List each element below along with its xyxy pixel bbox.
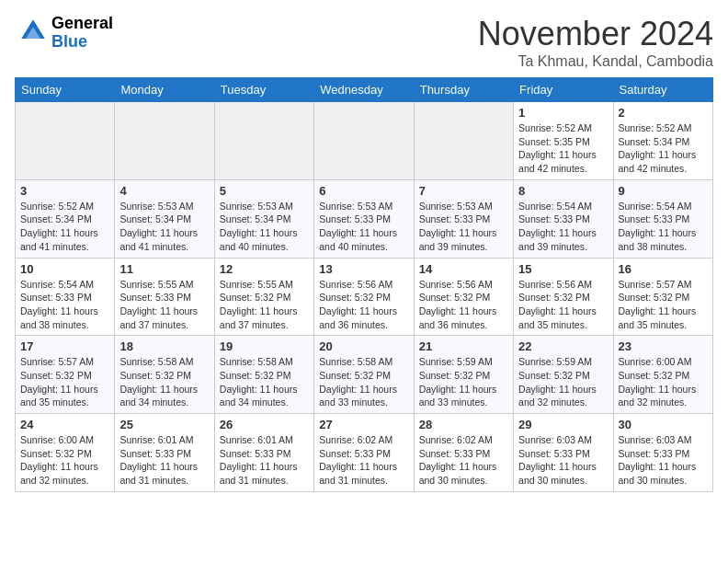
day-info: Sunrise: 5:54 AM Sunset: 5:33 PM Dayligh… [518, 200, 608, 254]
calendar-header-row: SundayMondayTuesdayWednesdayThursdayFrid… [16, 78, 713, 102]
calendar-cell: 1Sunrise: 5:52 AM Sunset: 5:35 PM Daylig… [514, 102, 613, 180]
calendar-week-row: 24Sunrise: 6:00 AM Sunset: 5:32 PM Dayli… [16, 414, 713, 492]
calendar-cell: 7Sunrise: 5:53 AM Sunset: 5:33 PM Daylig… [414, 179, 513, 258]
calendar-cell [214, 102, 313, 180]
day-info: Sunrise: 6:02 AM Sunset: 5:33 PM Dayligh… [419, 433, 508, 488]
day-number: 20 [319, 339, 408, 353]
calendar-week-row: 10Sunrise: 5:54 AM Sunset: 5:33 PM Dayli… [16, 258, 713, 336]
logo-text: General Blue [51, 15, 113, 52]
calendar-cell: 19Sunrise: 5:58 AM Sunset: 5:32 PM Dayli… [214, 336, 313, 414]
calendar-cell [115, 102, 214, 180]
day-number: 3 [20, 184, 109, 198]
day-number: 30 [619, 418, 708, 431]
calendar-cell: 2Sunrise: 5:52 AM Sunset: 5:34 PM Daylig… [613, 102, 712, 180]
calendar-cell: 11Sunrise: 5:55 AM Sunset: 5:33 PM Dayli… [115, 258, 214, 336]
calendar-cell: 4Sunrise: 5:53 AM Sunset: 5:34 PM Daylig… [115, 179, 214, 258]
calendar-cell: 24Sunrise: 6:00 AM Sunset: 5:32 PM Dayli… [16, 414, 115, 492]
day-info: Sunrise: 5:59 AM Sunset: 5:32 PM Dayligh… [419, 355, 508, 409]
calendar-cell [314, 102, 414, 180]
day-number: 27 [319, 418, 408, 431]
day-info: Sunrise: 6:03 AM Sunset: 5:33 PM Dayligh… [518, 433, 608, 488]
day-number: 4 [119, 184, 209, 198]
day-number: 24 [20, 418, 109, 431]
day-number: 18 [119, 339, 209, 353]
day-info: Sunrise: 5:57 AM Sunset: 5:32 PM Dayligh… [619, 278, 708, 332]
day-number: 26 [220, 418, 309, 431]
day-info: Sunrise: 5:53 AM Sunset: 5:34 PM Dayligh… [220, 200, 309, 254]
day-info: Sunrise: 5:54 AM Sunset: 5:33 PM Dayligh… [619, 200, 708, 254]
calendar-week-row: 3Sunrise: 5:52 AM Sunset: 5:34 PM Daylig… [16, 179, 713, 258]
calendar-cell: 5Sunrise: 5:53 AM Sunset: 5:34 PM Daylig… [214, 179, 313, 258]
day-number: 10 [20, 262, 109, 276]
day-number: 12 [220, 262, 309, 276]
day-number: 29 [518, 418, 608, 431]
day-info: Sunrise: 5:57 AM Sunset: 5:32 PM Dayligh… [20, 355, 109, 409]
day-info: Sunrise: 5:56 AM Sunset: 5:32 PM Dayligh… [419, 278, 508, 332]
day-number: 14 [419, 262, 508, 276]
day-number: 21 [419, 339, 508, 353]
day-number: 5 [220, 184, 309, 198]
day-info: Sunrise: 5:56 AM Sunset: 5:32 PM Dayligh… [319, 278, 408, 332]
calendar-week-row: 17Sunrise: 5:57 AM Sunset: 5:32 PM Dayli… [16, 336, 713, 414]
day-number: 15 [518, 262, 608, 276]
calendar-cell: 6Sunrise: 5:53 AM Sunset: 5:33 PM Daylig… [314, 179, 414, 258]
day-info: Sunrise: 5:54 AM Sunset: 5:33 PM Dayligh… [20, 278, 109, 332]
calendar-cell: 8Sunrise: 5:54 AM Sunset: 5:33 PM Daylig… [514, 179, 613, 258]
day-number: 17 [20, 339, 109, 353]
calendar-cell: 29Sunrise: 6:03 AM Sunset: 5:33 PM Dayli… [514, 414, 613, 492]
day-info: Sunrise: 6:01 AM Sunset: 5:33 PM Dayligh… [220, 433, 309, 488]
day-number: 6 [319, 184, 408, 198]
calendar-cell: 20Sunrise: 5:58 AM Sunset: 5:32 PM Dayli… [314, 336, 414, 414]
weekday-header-saturday: Saturday [613, 78, 712, 102]
calendar-cell: 21Sunrise: 5:59 AM Sunset: 5:32 PM Dayli… [414, 336, 513, 414]
day-info: Sunrise: 5:53 AM Sunset: 5:33 PM Dayligh… [419, 200, 508, 254]
day-info: Sunrise: 6:02 AM Sunset: 5:33 PM Dayligh… [319, 433, 408, 488]
day-info: Sunrise: 5:55 AM Sunset: 5:32 PM Dayligh… [220, 278, 309, 332]
calendar-week-row: 1Sunrise: 5:52 AM Sunset: 5:35 PM Daylig… [16, 102, 713, 180]
day-info: Sunrise: 6:00 AM Sunset: 5:32 PM Dayligh… [619, 355, 708, 409]
weekday-header-sunday: Sunday [16, 78, 115, 102]
calendar-cell: 28Sunrise: 6:02 AM Sunset: 5:33 PM Dayli… [414, 414, 513, 492]
day-info: Sunrise: 5:55 AM Sunset: 5:33 PM Dayligh… [119, 278, 209, 332]
day-info: Sunrise: 5:56 AM Sunset: 5:32 PM Dayligh… [518, 278, 608, 332]
calendar-cell: 16Sunrise: 5:57 AM Sunset: 5:32 PM Dayli… [613, 258, 712, 336]
calendar-cell: 26Sunrise: 6:01 AM Sunset: 5:33 PM Dayli… [214, 414, 313, 492]
day-info: Sunrise: 5:52 AM Sunset: 5:34 PM Dayligh… [619, 121, 708, 176]
logo: General Blue [15, 15, 113, 52]
day-info: Sunrise: 5:53 AM Sunset: 5:33 PM Dayligh… [319, 200, 408, 254]
day-info: Sunrise: 6:01 AM Sunset: 5:33 PM Dayligh… [119, 433, 209, 488]
weekday-header-tuesday: Tuesday [214, 78, 313, 102]
page-header: General Blue November 2024 Ta Khmau, Kan… [15, 15, 713, 70]
calendar-cell: 3Sunrise: 5:52 AM Sunset: 5:34 PM Daylig… [16, 179, 115, 258]
calendar-cell: 9Sunrise: 5:54 AM Sunset: 5:33 PM Daylig… [613, 179, 712, 258]
day-number: 7 [419, 184, 508, 198]
day-number: 16 [619, 262, 708, 276]
calendar-table: SundayMondayTuesdayWednesdayThursdayFrid… [15, 77, 713, 492]
day-info: Sunrise: 5:58 AM Sunset: 5:32 PM Dayligh… [220, 355, 309, 409]
day-number: 11 [119, 262, 209, 276]
day-number: 19 [220, 339, 309, 353]
day-number: 2 [619, 106, 708, 120]
calendar-cell: 17Sunrise: 5:57 AM Sunset: 5:32 PM Dayli… [16, 336, 115, 414]
day-info: Sunrise: 6:00 AM Sunset: 5:32 PM Dayligh… [20, 433, 109, 488]
day-info: Sunrise: 5:52 AM Sunset: 5:34 PM Dayligh… [20, 200, 109, 254]
calendar-cell: 15Sunrise: 5:56 AM Sunset: 5:32 PM Dayli… [514, 258, 613, 336]
calendar-cell: 30Sunrise: 6:03 AM Sunset: 5:33 PM Dayli… [613, 414, 712, 492]
day-number: 8 [518, 184, 608, 198]
calendar-cell: 22Sunrise: 5:59 AM Sunset: 5:32 PM Dayli… [514, 336, 613, 414]
weekday-header-wednesday: Wednesday [314, 78, 414, 102]
day-number: 25 [119, 418, 209, 431]
month-title: November 2024 [478, 15, 713, 53]
weekday-header-monday: Monday [115, 78, 214, 102]
day-info: Sunrise: 5:58 AM Sunset: 5:32 PM Dayligh… [319, 355, 408, 409]
weekday-header-thursday: Thursday [414, 78, 513, 102]
day-number: 13 [319, 262, 408, 276]
day-number: 1 [518, 106, 608, 120]
day-info: Sunrise: 6:03 AM Sunset: 5:33 PM Dayligh… [619, 433, 708, 488]
weekday-header-friday: Friday [514, 78, 613, 102]
day-info: Sunrise: 5:59 AM Sunset: 5:32 PM Dayligh… [518, 355, 608, 409]
calendar-cell: 25Sunrise: 6:01 AM Sunset: 5:33 PM Dayli… [115, 414, 214, 492]
day-info: Sunrise: 5:58 AM Sunset: 5:32 PM Dayligh… [119, 355, 209, 409]
day-number: 22 [518, 339, 608, 353]
calendar-cell: 12Sunrise: 5:55 AM Sunset: 5:32 PM Dayli… [214, 258, 313, 336]
